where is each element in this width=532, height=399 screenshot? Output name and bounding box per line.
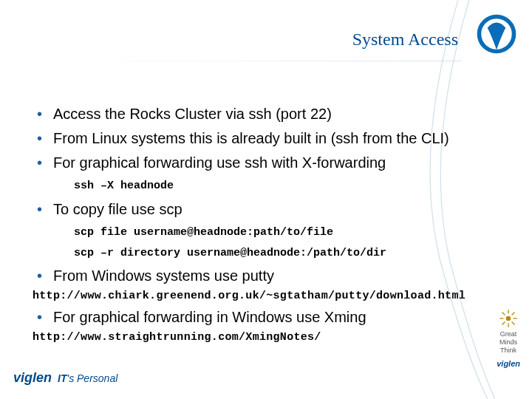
footer-brand: viglen IT's Personal — [13, 370, 117, 386]
title-underline — [37, 61, 462, 61]
footer-tag-it: IT — [58, 372, 66, 384]
svg-line-7 — [512, 312, 515, 315]
sun-icon — [499, 309, 518, 328]
bullet-item: From Windows systems use putty — [33, 265, 488, 287]
bullet-list: Access the Rocks Cluster via ssh (port 2… — [33, 103, 488, 287]
url-text: http://www.straightrunning.com/XmingNote… — [33, 331, 488, 344]
bullet-list: For graphical forwarding in Windows use … — [33, 307, 488, 328]
brand-word: Think — [497, 347, 520, 355]
code-block: scp file username@headnode:path/to/file — [74, 225, 488, 241]
bullet-text: From Linux systems this is already built… — [53, 130, 449, 146]
brand-side-logo: viglen — [497, 359, 520, 369]
footer-brand-name: viglen — [13, 370, 52, 386]
bullet-item: Access the Rocks Cluster via ssh (port 2… — [33, 103, 488, 125]
bullet-text: Access the Rocks Cluster via ssh (port 2… — [53, 106, 332, 122]
content-area: Access the Rocks Cluster via ssh (port 2… — [33, 103, 488, 348]
footer-tag-rest: 's Personal — [66, 372, 117, 384]
bullet-text: For graphical forwarding in Windows use … — [53, 309, 366, 325]
brand-sidebar: Great Minds Think viglen — [497, 309, 520, 370]
brand-word: Great — [497, 330, 520, 338]
bullet-item: From Linux systems this is already built… — [33, 128, 488, 149]
svg-point-9 — [506, 316, 511, 321]
svg-line-6 — [512, 321, 515, 324]
code-block: scp –r directory username@headnode:/path… — [74, 245, 488, 262]
brand-word: Minds — [497, 338, 520, 347]
url-text: http://www.chiark.greenend.org.uk/~sgtat… — [33, 290, 488, 302]
brand-logo-top — [476, 13, 517, 55]
page-title: System Access — [352, 30, 458, 50]
footer-brand-tagline: IT's Personal — [58, 372, 117, 384]
bullet-item: For graphical forwarding use ssh with X-… — [33, 152, 488, 194]
bullet-text: For graphical forwarding use ssh with X-… — [53, 154, 386, 171]
bullet-item: To copy file use scp scp file username@h… — [33, 199, 488, 262]
bullet-text: From Windows systems use putty — [53, 267, 274, 284]
bullet-item: For graphical forwarding in Windows use … — [33, 307, 488, 328]
bullet-text: To copy file use scp — [53, 201, 183, 217]
code-block: ssh –X headnode — [74, 178, 488, 194]
slide: System Access Access the Rocks Cluster v… — [0, 0, 532, 399]
svg-line-5 — [502, 312, 505, 315]
svg-line-8 — [502, 321, 505, 324]
